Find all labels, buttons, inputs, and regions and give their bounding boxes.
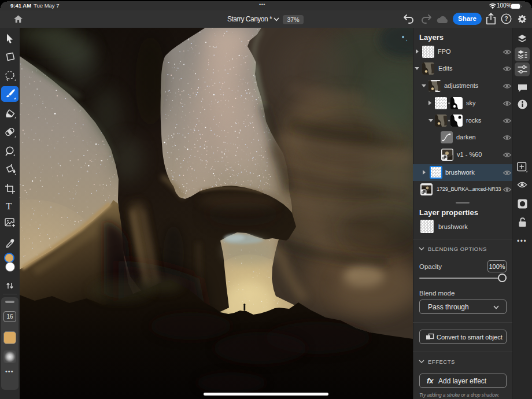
svg-text:?: ? bbox=[504, 15, 508, 22]
